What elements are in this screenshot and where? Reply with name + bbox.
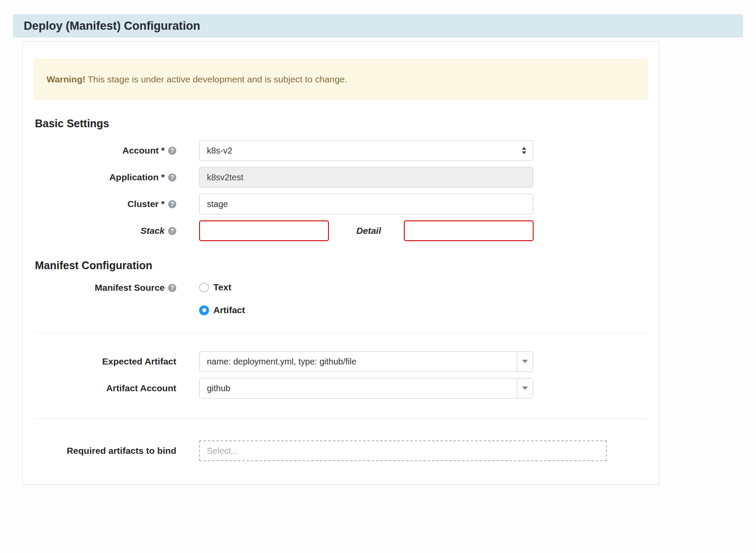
account-input-cell: k8s-v2 — [199, 140, 533, 161]
cluster-input-cell — [199, 194, 533, 214]
page-title: Deploy (Manifest) Configuration — [24, 19, 200, 33]
radio-text-label: Text — [213, 282, 231, 292]
artifact-account-input-cell: github — [199, 378, 533, 399]
account-select-value: k8s-v2 — [207, 146, 232, 156]
cluster-label-cell: Cluster * ? — [34, 199, 176, 209]
warning-alert: Warning!This stage is under active devel… — [34, 59, 648, 99]
section-manifest-configuration: Manifest Configuration — [35, 259, 648, 272]
section-basic-settings: Basic Settings — [35, 117, 648, 130]
account-label-cell: Account * ? — [34, 145, 176, 156]
help-icon[interactable]: ? — [168, 284, 176, 292]
account-label: Account * — [122, 145, 165, 156]
application-input-cell — [199, 167, 533, 188]
radio-selected-icon[interactable] — [199, 305, 209, 315]
stack-detail-row: Stack ? Detail — [34, 220, 648, 241]
radio-option-artifact[interactable]: Artifact — [199, 305, 245, 315]
account-row: Account * ? k8s-v2 — [34, 140, 648, 161]
help-icon[interactable]: ? — [168, 147, 176, 155]
artifact-account-label: Artifact Account — [106, 383, 176, 393]
radio-artifact-label: Artifact — [213, 305, 245, 315]
manifest-source-label-cell: Manifest Source ? — [34, 283, 176, 293]
manifest-source-row: Manifest Source ? Text Artifact — [34, 282, 648, 315]
expected-artifact-value: name: deployment.yml, type: github/file — [200, 352, 517, 371]
detail-field[interactable] — [404, 220, 534, 241]
divider — [34, 333, 648, 333]
artifact-account-select[interactable]: github — [199, 378, 533, 399]
manifest-source-input-cell: Text Artifact — [199, 282, 245, 315]
stack-label-cell: Stack ? — [34, 226, 176, 236]
cluster-row: Cluster * ? — [34, 194, 648, 214]
expected-artifact-row: Expected Artifact name: deployment.yml, … — [34, 351, 648, 372]
stack-field[interactable] — [199, 220, 329, 241]
required-artifacts-label: Required artifacts to bind — [67, 446, 176, 456]
required-artifacts-select[interactable]: Select... — [199, 440, 607, 461]
expected-artifact-label-cell: Expected Artifact — [34, 356, 176, 367]
application-label-cell: Application * ? — [34, 172, 176, 182]
help-icon[interactable]: ? — [168, 200, 176, 208]
manifest-source-radio-group: Text Artifact — [199, 282, 245, 315]
cluster-label: Cluster * — [128, 199, 165, 209]
cluster-field[interactable] — [199, 194, 533, 214]
divider — [34, 418, 648, 419]
application-row: Application * ? — [34, 167, 648, 188]
expected-artifact-label: Expected Artifact — [102, 356, 176, 367]
account-select[interactable]: k8s-v2 — [199, 140, 533, 161]
caret-down-icon[interactable] — [517, 352, 533, 371]
artifact-account-row: Artifact Account github — [34, 378, 648, 399]
radio-unselected-icon[interactable] — [199, 283, 209, 292]
application-field — [199, 167, 533, 188]
select-arrows-icon — [522, 147, 526, 154]
panel-header: Deploy (Manifest) Configuration — [13, 14, 743, 38]
help-icon[interactable]: ? — [168, 227, 176, 235]
radio-option-text[interactable]: Text — [199, 282, 245, 292]
required-artifacts-input-cell: Select... — [199, 440, 607, 461]
help-icon[interactable]: ? — [168, 173, 176, 182]
required-artifacts-placeholder: Select... — [207, 446, 238, 456]
caret-down-icon[interactable] — [517, 378, 533, 398]
artifact-account-value: github — [200, 378, 517, 398]
detail-label: Detail — [329, 226, 381, 236]
expected-artifact-select[interactable]: name: deployment.yml, type: github/file — [199, 351, 533, 372]
application-label: Application * — [109, 172, 165, 182]
stack-detail-input-cell: Detail — [199, 220, 534, 241]
artifact-account-label-cell: Artifact Account — [34, 383, 176, 393]
config-panel: Warning!This stage is under active devel… — [22, 41, 659, 485]
manifest-source-label: Manifest Source — [95, 283, 165, 293]
warning-text: This stage is under active development a… — [87, 74, 347, 84]
stack-label: Stack — [141, 226, 165, 236]
required-artifacts-row: Required artifacts to bind Select... — [34, 440, 648, 461]
warning-label: Warning! — [47, 74, 85, 84]
required-artifacts-label-cell: Required artifacts to bind — [34, 446, 176, 456]
page: Deploy (Manifest) Configuration Warning!… — [0, 0, 756, 553]
expected-artifact-input-cell: name: deployment.yml, type: github/file — [199, 351, 533, 372]
